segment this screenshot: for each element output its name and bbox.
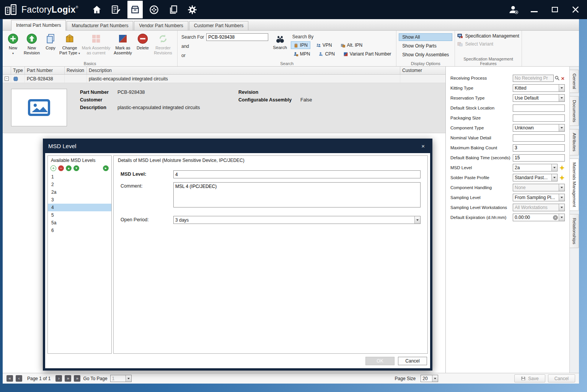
page-last-button[interactable]: » [65, 375, 71, 382]
maximum-baking-count-row: Maximum Baking Count [450, 143, 565, 153]
tab-internal-part-numbers[interactable]: Internal Part Numbers [11, 20, 66, 31]
column-header-part-number[interactable]: Part Number [25, 67, 65, 74]
show-all-option[interactable]: Show All [399, 33, 452, 41]
move-level-up-button[interactable]: ▲ [66, 165, 72, 171]
show-only-assemblies-option[interactable]: Show Only Assemblies [399, 51, 452, 59]
save-floppy-icon [521, 376, 526, 381]
search-by-cpn-button[interactable]: CPN [316, 50, 337, 58]
reservation-type-select[interactable]: Use Default [513, 94, 565, 102]
page-fast-button[interactable]: » [74, 375, 80, 382]
msd-level-item-selected[interactable]: 4 [48, 204, 111, 211]
search-by-variant-part-number-button[interactable]: Variant Part Number [341, 50, 394, 58]
settings-nav-button[interactable] [185, 1, 200, 18]
side-tab-documents[interactable]: Documents [570, 96, 579, 126]
new-revision-button[interactable]: New Revision [21, 32, 42, 55]
component-type-select[interactable]: Unknown [513, 124, 565, 132]
move-level-down-button[interactable]: ▼ [73, 165, 79, 171]
tab-vendor-part-numbers[interactable]: Vendor Part Numbers [134, 21, 188, 30]
mark-as-assembly-button[interactable]: Mark as Assembly [111, 32, 134, 55]
add-level-button[interactable]: + [51, 165, 56, 171]
mark-assembly-as-current-button[interactable]: Mark Assembly as current [81, 32, 111, 55]
search-for-input[interactable] [206, 33, 268, 41]
navigator-nav-button[interactable] [147, 1, 162, 18]
logout-user-button[interactable] [506, 1, 521, 18]
documents-nav-button[interactable] [166, 1, 181, 18]
msd-level-item[interactable]: 1 [48, 173, 111, 181]
apply-level-button[interactable]: ► [103, 165, 109, 171]
part-row[interactable]: − PCB-928438 plastic-encapsulated integr… [3, 75, 445, 83]
receiving-process-search-button[interactable] [554, 75, 561, 82]
part-image-placeholder[interactable] [11, 89, 67, 126]
expiration-clear-icon[interactable]: × [553, 215, 558, 220]
dialog-comment-textarea[interactable]: MSL 4 (IPC/JEDEC) [173, 182, 421, 207]
column-header-description[interactable]: Description [87, 67, 400, 74]
maximize-button[interactable] [547, 1, 563, 18]
msd-level-dialog: MSD Level × Available MSD Levels + − ▲ ▼… [43, 139, 432, 371]
dialog-cancel-button[interactable]: Cancel [398, 357, 427, 365]
sampling-level-select[interactable]: From Sampling Pl... [513, 194, 565, 201]
change-part-type-button[interactable]: Change Part Type ▾ [59, 32, 81, 55]
select-variant-button[interactable]: Select Variant [457, 41, 519, 47]
search-by-mpn-button[interactable]: MPN [291, 50, 313, 58]
page-next-button[interactable]: › [55, 375, 62, 382]
dialog-close-button[interactable]: × [419, 142, 427, 150]
tab-customer-part-numbers[interactable]: Customer Part Numbers [189, 21, 248, 30]
dialog-msd-level-input[interactable] [173, 170, 421, 178]
kitting-type-select[interactable]: Kitted [513, 84, 565, 92]
close-button[interactable] [568, 1, 583, 18]
nominal-value-detail-input[interactable] [513, 134, 565, 142]
column-header-customer[interactable]: Customer [400, 67, 445, 74]
msd-level-item[interactable]: 6 [48, 227, 111, 234]
show-only-parts-option[interactable]: Show Only Parts [399, 42, 452, 50]
sampling-level-workstations-select[interactable]: All Workstations [513, 204, 565, 211]
msd-level-item[interactable]: 5 [48, 211, 111, 219]
packaging-size-input[interactable] [513, 114, 565, 122]
new-button[interactable]: New▾ [5, 32, 21, 55]
maximum-baking-count-input[interactable] [513, 144, 565, 152]
search-by-vpn-button[interactable]: VPN [313, 41, 335, 49]
default-stock-location-input[interactable] [513, 105, 565, 112]
receiving-process-clear-button[interactable]: × [561, 75, 565, 81]
receiving-process-input[interactable] [513, 75, 554, 82]
dialog-open-period-select[interactable]: 3 days [173, 216, 421, 224]
save-button[interactable]: Save [514, 374, 545, 382]
remove-level-button[interactable]: − [58, 165, 64, 171]
component-handling-select[interactable]: None [513, 184, 565, 191]
msd-level-item[interactable]: 2 [48, 181, 111, 188]
search-by-ipn-button[interactable]: IPN [291, 41, 310, 49]
collapse-row-icon[interactable]: − [5, 77, 9, 81]
production-definitions-nav-button[interactable] [108, 1, 124, 18]
msd-level-item[interactable]: 3 [48, 196, 111, 204]
side-tab-relationships[interactable]: Relationships [570, 214, 579, 248]
tab-manufacturer-part-numbers[interactable]: Manufacturer Part Numbers [67, 21, 133, 30]
search-by-alt-ipn-button[interactable]: Alt. IPN [338, 41, 365, 49]
msd-level-item[interactable]: 5a [48, 219, 111, 227]
msd-level-item[interactable]: 2a [48, 188, 111, 196]
panel-cancel-button[interactable]: Cancel [548, 374, 575, 382]
msd-level-edit-button[interactable] [559, 165, 565, 171]
side-tab-attributes[interactable]: Attributes [570, 129, 579, 155]
solder-paste-profile-edit-button[interactable] [559, 175, 565, 181]
specification-management-button[interactable]: Specification Management [457, 33, 519, 39]
search-button[interactable]: Search [273, 34, 287, 50]
side-tab-materials-management[interactable]: Materials Management [570, 158, 579, 211]
column-header-revision[interactable]: Revision [65, 67, 87, 74]
page-first-button[interactable]: « [7, 375, 13, 382]
home-nav-button[interactable] [89, 1, 104, 18]
or-label: or [181, 53, 204, 58]
page-prev-button[interactable]: ‹ [16, 375, 22, 382]
delete-button[interactable]: Delete [134, 32, 151, 51]
page-size-select[interactable]: 20 [421, 375, 438, 382]
side-tab-general[interactable]: General [570, 70, 579, 93]
minimize-button[interactable] [527, 1, 542, 18]
msd-level-select[interactable]: 2a [513, 164, 558, 172]
solder-paste-profile-select[interactable]: Standard Past... [513, 174, 558, 181]
copy-button[interactable]: Copy [42, 32, 59, 51]
dialog-ok-button[interactable]: OK [365, 357, 395, 365]
column-header-type[interactable]: Type [11, 67, 25, 74]
go-to-page-select[interactable]: 1 [110, 375, 132, 382]
part-library-nav-button[interactable] [127, 1, 143, 18]
default-baking-time-input[interactable] [513, 154, 565, 162]
default-expiration-input[interactable] [513, 215, 553, 220]
reorder-revisions-button[interactable]: Reorder Revisions [151, 32, 175, 55]
